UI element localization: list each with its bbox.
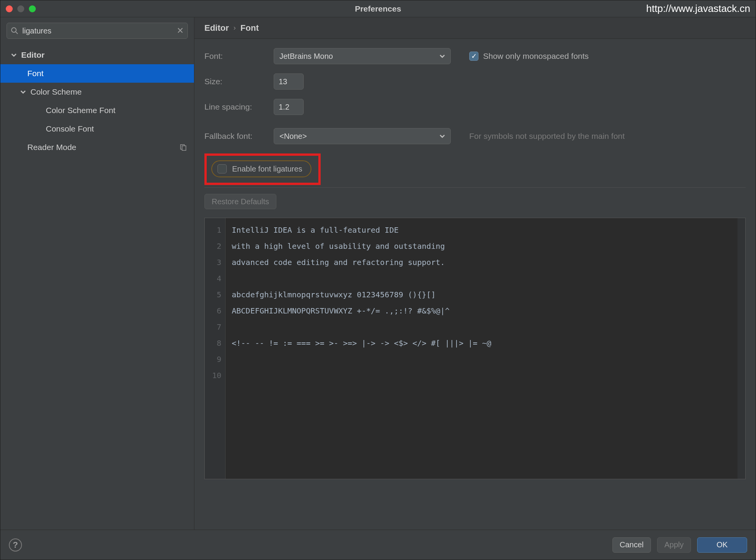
line-number: 10 xyxy=(205,367,221,383)
code-line: abcdefghijklmnopqrstuvwxyz 0123456789 ()… xyxy=(232,287,731,303)
apply-button[interactable]: Apply xyxy=(657,537,691,553)
svg-rect-3 xyxy=(182,146,186,150)
code-line xyxy=(232,270,731,287)
code-line: ABCDEFGHIJKLMNOPQRSTUVWXYZ +-*/= .,;:!? … xyxy=(232,303,731,319)
tree-item-font[interactable]: Font xyxy=(0,64,194,83)
tree-item-console-font[interactable]: Console Font xyxy=(0,120,194,138)
chevron-down-icon xyxy=(440,53,445,59)
font-preview: 12345678910 IntelliJ IDEA is a full-feat… xyxy=(204,218,746,479)
sidebar: ✕ Editor Font Color Scheme xyxy=(0,17,194,530)
code-line: <!-- -- != := === >= >- >=> |-> -> <$> <… xyxy=(232,335,731,351)
line-spacing-label: Line spacing: xyxy=(204,102,266,112)
chevron-down-icon xyxy=(440,133,445,139)
line-number: 4 xyxy=(205,270,221,287)
font-form: Font: JetBrains Mono ✓ Show only monospa… xyxy=(194,39,756,213)
ligatures-label: Enable font ligatures xyxy=(232,165,302,173)
code-line xyxy=(232,319,731,335)
tree-label: Color Scheme xyxy=(30,87,82,97)
tree-label: Reader Mode xyxy=(27,143,76,152)
copy-icon[interactable] xyxy=(179,143,187,151)
line-number: 3 xyxy=(205,254,221,270)
tree-item-color-scheme[interactable]: Color Scheme xyxy=(0,83,194,101)
dialog-footer: ? Cancel Apply OK xyxy=(0,530,756,560)
tree-label: Editor xyxy=(21,50,45,60)
chevron-down-icon xyxy=(20,89,27,95)
breadcrumb: Editor › Font xyxy=(194,17,756,39)
line-spacing-input[interactable] xyxy=(274,99,304,115)
cancel-button[interactable]: Cancel xyxy=(612,537,651,553)
tree-item-reader-mode[interactable]: Reader Mode xyxy=(0,138,194,157)
settings-tree: Editor Font Color Scheme Color Scheme Fo… xyxy=(0,43,194,157)
watermark-text: http://www.javastack.cn xyxy=(646,3,750,15)
breadcrumb-leaf: Font xyxy=(241,23,259,33)
restore-defaults-button[interactable]: Restore Defaults xyxy=(204,194,276,209)
clear-search-icon[interactable]: ✕ xyxy=(177,26,184,36)
annotation-highlight: Enable font ligatures xyxy=(204,153,321,185)
preferences-window: Preferences http://www.javastack.cn ✕ xyxy=(0,0,756,560)
size-input[interactable] xyxy=(274,73,304,90)
fallback-font-select[interactable]: <None> xyxy=(274,128,451,144)
line-number: 8 xyxy=(205,335,221,351)
size-label: Size: xyxy=(204,77,266,86)
svg-point-0 xyxy=(12,28,16,32)
ok-button[interactable]: OK xyxy=(697,537,747,553)
search-input[interactable] xyxy=(22,27,173,35)
search-field[interactable]: ✕ xyxy=(7,23,188,39)
chevron-down-icon xyxy=(10,52,17,58)
monospaced-checkbox[interactable]: ✓ xyxy=(469,52,478,61)
content-area: Editor › Font Font: JetBrains Mono ✓ Sh xyxy=(194,17,756,530)
tree-label: Font xyxy=(27,69,43,78)
body: ✕ Editor Font Color Scheme xyxy=(0,17,756,530)
preview-code: IntelliJ IDEA is a full-featured IDEwith… xyxy=(226,218,738,479)
breadcrumb-root[interactable]: Editor xyxy=(204,23,229,33)
code-line xyxy=(232,367,731,383)
breadcrumb-separator-icon: › xyxy=(234,24,236,32)
svg-line-1 xyxy=(16,32,18,34)
font-select-value: JetBrains Mono xyxy=(279,52,333,61)
code-line xyxy=(232,351,731,367)
fallback-font-label: Fallback font: xyxy=(204,132,266,141)
line-number: 2 xyxy=(205,238,221,254)
line-number: 9 xyxy=(205,351,221,367)
tree-item-editor[interactable]: Editor xyxy=(0,46,194,64)
help-button[interactable]: ? xyxy=(9,538,22,552)
window-title: Preferences xyxy=(355,4,401,13)
code-line: IntelliJ IDEA is a full-featured IDE xyxy=(232,222,731,238)
code-line: advanced code editing and refactoring su… xyxy=(232,254,731,270)
font-select[interactable]: JetBrains Mono xyxy=(274,48,451,64)
ligatures-checkbox[interactable] xyxy=(217,164,227,173)
divider xyxy=(204,187,746,188)
line-number: 5 xyxy=(205,287,221,303)
line-number: 1 xyxy=(205,222,221,238)
tree-label: Color Scheme Font xyxy=(46,106,115,115)
tree-item-color-scheme-font[interactable]: Color Scheme Font xyxy=(0,101,194,120)
preview-gutter: 12345678910 xyxy=(205,218,226,479)
fallback-font-value: <None> xyxy=(279,132,307,141)
search-icon xyxy=(11,27,18,35)
code-line: with a high level of usability and outst… xyxy=(232,238,731,254)
preview-scrollbar[interactable] xyxy=(738,218,745,479)
minimize-window-button[interactable] xyxy=(17,5,24,12)
close-window-button[interactable] xyxy=(6,5,13,12)
tree-label: Console Font xyxy=(46,124,94,133)
maximize-window-button[interactable] xyxy=(29,5,36,12)
traffic-lights xyxy=(6,5,36,12)
line-number: 7 xyxy=(205,319,221,335)
font-label: Font: xyxy=(204,52,266,61)
titlebar: Preferences http://www.javastack.cn xyxy=(0,0,756,17)
line-number: 6 xyxy=(205,303,221,319)
monospaced-label: Show only monospaced fonts xyxy=(483,52,589,61)
fallback-hint: For symbols not supported by the main fo… xyxy=(469,132,625,141)
